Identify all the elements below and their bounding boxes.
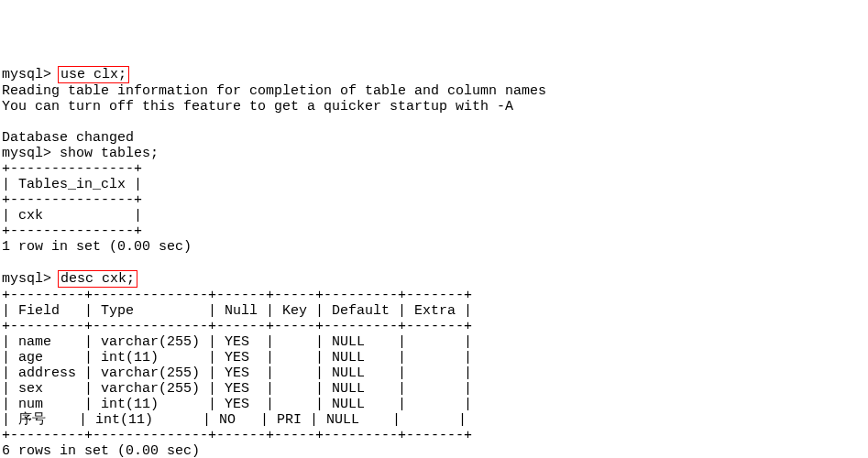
table-row: | 序号 | int(11) | NO | PRI | NULL | | [2,412,467,428]
command-desc-cxk: desc cxk; [58,270,137,288]
table-row: | sex | varchar(255) | YES | | NULL | | [2,381,472,397]
table-row: | cxk | [2,208,142,224]
table-row: | name | varchar(255) | YES | | NULL | | [2,334,472,350]
result-summary: 1 row in set (0.00 sec) [2,239,192,255]
table-border: +---------+--------------+------+-----+-… [2,319,472,334]
info-line: You can turn off this feature to get a q… [2,99,513,114]
table-row: | address | varchar(255) | YES | | NULL … [2,365,472,381]
command-use-clx: use clx; [58,66,129,83]
command-show-tables: show tables; [60,146,159,161]
table-header: | Field | Type | Null | Key | Default | … [2,303,472,319]
db-changed: Database changed [2,130,134,146]
prompt: mysql> [2,67,60,82]
terminal-output[interactable]: mysql> use clx; Reading table informatio… [2,67,546,458]
table-border: +---------------+ [2,161,142,177]
result-summary: 6 rows in set (0.00 sec) [2,443,200,458]
prompt: mysql> [2,146,60,161]
table-row: | num | int(11) | YES | | NULL | | [2,397,472,412]
table-header: | Tables_in_clx | [2,177,142,192]
prompt: mysql> [2,271,60,287]
table-border: +---------------+ [2,224,142,239]
table-border: +---------+--------------+------+-----+-… [2,428,472,443]
table-border: +---------------+ [2,192,142,208]
info-line: Reading table information for completion… [2,83,546,99]
table-border: +---------+--------------+------+-----+-… [2,288,472,303]
table-row: | age | int(11) | YES | | NULL | | [2,350,472,365]
